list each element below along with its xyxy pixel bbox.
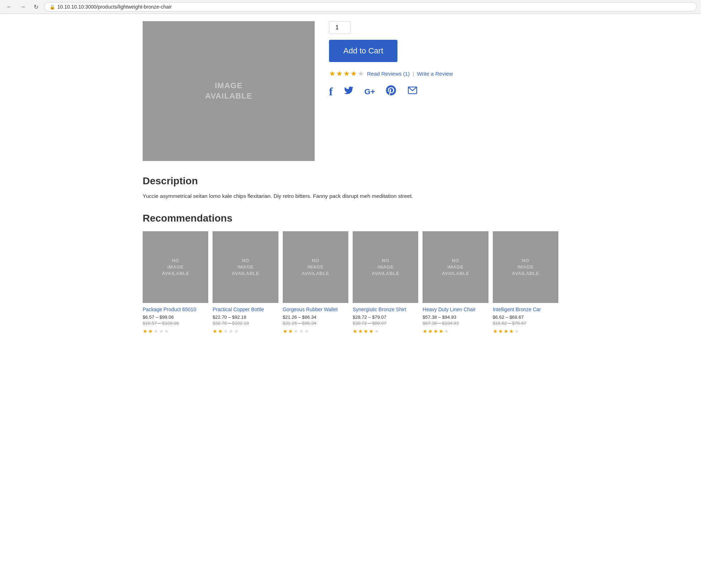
add-to-cart-button[interactable]: Add to Cart [329,40,397,62]
rec-name-5[interactable]: Intelligent Bronze Car [493,307,558,312]
back-button[interactable]: ← [4,3,14,11]
rec-price-original-1: $32.70 – $102.18 [213,321,278,326]
star-2: ★ [336,69,343,78]
star-3: ★ [343,69,350,78]
rec-stars-3: ★★★★★ [353,328,418,335]
lock-icon: 🔒 [49,4,55,10]
facebook-share-button[interactable]: f [329,85,333,98]
recommendations-grid: NOIMAGEAVAILABLEPackage Product 65010$6.… [143,231,558,335]
recommendation-card[interactable]: NOIMAGEAVAILABLEIntelligent Bronze Car$6… [493,231,558,335]
recommendation-card[interactable]: NOIMAGEAVAILABLEHeavy Duty Linen Chair$5… [423,231,488,335]
star-5: ★ [358,69,364,78]
rec-image-4: NOIMAGEAVAILABLE [423,231,488,303]
description-section: Description Yuccie asymmetrical seitan l… [143,168,558,204]
rec-name-3[interactable]: Synergistic Bronze Shirt [353,307,418,312]
rec-price-original-5: $16.62 – $78.67 [493,321,558,326]
recommendation-card[interactable]: NOIMAGEAVAILABLESynergistic Bronze Shirt… [353,231,418,335]
recommendations-section: Recommendations NOIMAGEAVAILABLEPackage … [143,204,558,338]
rec-name-4[interactable]: Heavy Duty Linen Chair [423,307,488,312]
rec-price-original-3: $38.72 – $89.07 [353,321,418,326]
pinterest-share-button[interactable] [386,85,396,98]
product-info-area: Add to Cart ★ ★ ★ ★ ★ Read Reviews (1) |… [329,21,558,98]
quantity-input[interactable] [329,21,350,34]
description-heading: Description [143,175,558,187]
url-text: 10.10.10.10:3000/products/lightweight-br… [57,4,172,10]
product-image-area: IMAGEAVAILABLE [143,21,315,161]
rec-image-1: NOIMAGEAVAILABLE [213,231,278,303]
rec-price-current-1: $22.70 – $92.18 [213,314,278,320]
rec-price-original-2: $31.26 – $96.34 [283,321,348,326]
twitter-share-button[interactable] [344,85,354,98]
rec-image-3: NOIMAGEAVAILABLE [353,231,418,303]
description-text: Yuccie asymmetrical seitan lomo kale chi… [143,192,558,200]
rec-stars-5: ★★★★★ [493,328,558,335]
recommendation-card[interactable]: NOIMAGEAVAILABLEPackage Product 65010$6.… [143,231,208,335]
rec-name-1[interactable]: Practical Copper Bottle [213,307,278,312]
rec-price-current-3: $28.72 – $79.07 [353,314,418,320]
write-review-link[interactable]: Write a Review [417,71,453,77]
rec-price-original-4: $67.38 – $104.93 [423,321,488,326]
rec-image-5: NOIMAGEAVAILABLE [493,231,558,303]
recommendations-heading: Recommendations [143,213,558,224]
browser-chrome: ← → ↻ 🔒 10.10.10.10:3000/products/lightw… [0,0,701,14]
reviews-line: ★ ★ ★ ★ ★ Read Reviews (1) | Write a Rev… [329,69,558,78]
rec-stars-1: ★★★★★ [213,328,278,335]
read-reviews-link[interactable]: Read Reviews (1) [367,71,410,77]
googleplus-share-button[interactable]: G+ [364,87,375,96]
rec-stars-2: ★★★★★ [283,328,348,335]
star-4: ★ [350,69,357,78]
rec-price-current-2: $21.26 – $86.34 [283,314,348,320]
review-separator: | [413,71,414,77]
recommendation-card[interactable]: NOIMAGEAVAILABLEGorgeous Rubber Wallet$2… [283,231,348,335]
refresh-button[interactable]: ↻ [32,3,40,11]
rec-name-0[interactable]: Package Product 65010 [143,307,208,312]
star-1: ★ [329,69,335,78]
social-share-bar: f G+ [329,85,558,98]
recommendation-card[interactable]: NOIMAGEAVAILABLEPractical Copper Bottle$… [213,231,278,335]
forward-button[interactable]: → [18,3,28,11]
rating-stars: ★ ★ ★ ★ ★ [329,69,364,78]
rec-name-2[interactable]: Gorgeous Rubber Wallet [283,307,348,312]
rec-price-current-4: $57.38 – $94.93 [423,314,488,320]
rec-price-current-0: $6.57 – $99.06 [143,314,208,320]
product-image-placeholder: IMAGEAVAILABLE [143,21,315,161]
rec-image-2: NOIMAGEAVAILABLE [283,231,348,303]
email-share-button[interactable] [407,85,418,98]
rec-stars-4: ★★★★★ [423,328,488,335]
address-bar[interactable]: 🔒 10.10.10.10:3000/products/lightweight-… [44,2,697,11]
rec-image-0: NOIMAGEAVAILABLE [143,231,208,303]
rec-price-current-5: $6.62 – $68.67 [493,314,558,320]
rec-stars-0: ★★★★★ [143,328,208,335]
product-top-section: IMAGEAVAILABLE Add to Cart ★ ★ ★ ★ ★ Rea… [143,14,558,168]
page-content: IMAGEAVAILABLE Add to Cart ★ ★ ★ ★ ★ Rea… [135,14,566,352]
rec-price-original-0: $16.57 – $109.06 [143,321,208,326]
